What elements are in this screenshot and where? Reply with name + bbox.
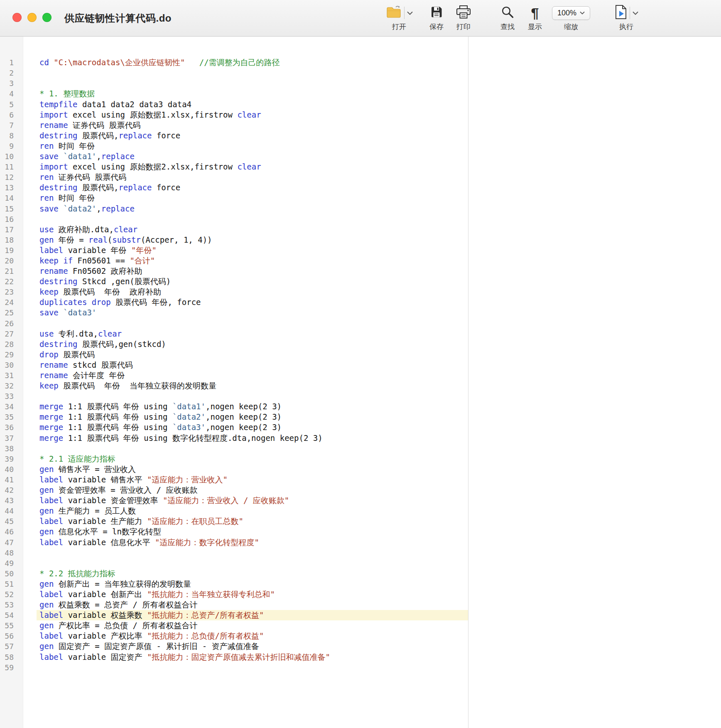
toolbar-save[interactable]: 保存 — [424, 3, 449, 31]
code-line[interactable]: 19label variable 年份 "年份" — [0, 245, 468, 256]
code-line[interactable]: 7rename 证券代码 股票代码 — [0, 120, 468, 130]
code-line[interactable]: 23keep 股票代码 年份 政府补助 — [0, 287, 468, 297]
code-line[interactable]: 59 — [0, 662, 468, 673]
code-line[interactable]: 34merge 1:1 股票代码 年份 using `data1',nogen … — [0, 401, 468, 412]
code-line[interactable]: 2 — [0, 68, 468, 78]
line-number: 18 — [0, 235, 23, 245]
line-number: 49 — [0, 558, 23, 568]
code-line[interactable]: 57gen 固定资产 = 固定资产原值 - 累计折旧 - 资产减值准备 — [0, 641, 468, 652]
code-line[interactable]: 25save `data3' — [0, 307, 468, 318]
code-line[interactable]: 14ren 时间 年份 — [0, 193, 468, 203]
code-line[interactable]: 36merge 1:1 股票代码 年份 using `data3',nogen … — [0, 422, 468, 433]
code-line[interactable]: 43label variable 资金管理效率 "适应能力：营业收入 / 应收账… — [0, 495, 468, 506]
code-line[interactable]: 21rename Fn05602 政府补助 — [0, 266, 468, 276]
code-line[interactable]: 16 — [0, 214, 468, 224]
code-line[interactable]: 4* 1. 整理数据 — [0, 89, 468, 99]
code-line[interactable]: 44gen 生产能力 = 员工人数 — [0, 506, 468, 516]
code-text — [37, 214, 468, 224]
line-number: 20 — [0, 256, 23, 266]
code-line[interactable]: 24duplicates drop 股票代码 年份, force — [0, 297, 468, 307]
code-text — [37, 68, 468, 78]
code-line[interactable]: 58label variable 固定资产 "抵抗能力：固定资产原值减去累计折旧… — [0, 652, 468, 662]
code-line[interactable]: 10save `data1',replace — [0, 151, 468, 162]
code-line[interactable]: 37merge 1:1 股票代码 年份 using 数字化转型程度.dta,no… — [0, 433, 468, 443]
code-editor[interactable]: 1cd "C:\macrodatas\企业供应链韧性" //需调整为自己的路径2… — [0, 37, 468, 728]
open-divider — [404, 7, 405, 19]
code-line[interactable]: 38 — [0, 443, 468, 454]
run-dropdown-chevron-icon[interactable] — [633, 9, 638, 17]
code-text: keep 股票代码 年份 当年独立获得的发明数量 — [37, 381, 468, 391]
code-line[interactable]: 50* 2.2 抵抗能力指标 — [0, 568, 468, 579]
toolbar-find[interactable]: 查找 — [495, 3, 520, 31]
zoom-label: 缩放 — [564, 23, 578, 31]
code-text: label variable 年份 "年份" — [37, 245, 468, 256]
code-line[interactable]: 8destring 股票代码,replace force — [0, 130, 468, 141]
code-line[interactable]: 40gen 销售水平 = 营业收入 — [0, 464, 468, 475]
code-line[interactable]: 54label variable 权益乘数 "抵抗能力：总资产/所有者权益" — [0, 610, 468, 620]
code-line[interactable]: 45label variable 生产能力 "适应能力：在职员工总数" — [0, 516, 468, 526]
line-number: 27 — [0, 329, 23, 339]
code-line[interactable]: 6import excel using 原始数据1.xlsx,firstrow … — [0, 110, 468, 120]
code-line[interactable]: 11import excel using 原始数据2.xlsx,firstrow… — [0, 162, 468, 172]
line-number: 57 — [0, 641, 23, 652]
code-line[interactable]: 53gen 权益乘数 = 总资产 / 所有者权益合计 — [0, 600, 468, 610]
toolbar-run-group: 执行 — [606, 3, 646, 31]
line-number: 59 — [0, 662, 23, 673]
code-line[interactable]: 51gen 创新产出 = 当年独立获得的发明数量 — [0, 579, 468, 589]
code-line[interactable]: 32keep 股票代码 年份 当年独立获得的发明数量 — [0, 381, 468, 391]
maximize-button[interactable] — [42, 13, 52, 22]
code-text — [37, 548, 468, 558]
code-line[interactable]: 52label variable 创新产出 "抵抗能力：当年独立获得专利总和" — [0, 589, 468, 600]
close-button[interactable] — [12, 13, 22, 22]
code-line[interactable]: 35merge 1:1 股票代码 年份 using `data2',nogen … — [0, 412, 468, 422]
code-line[interactable]: 27use 专利.dta,clear — [0, 329, 468, 339]
code-line[interactable]: 56label variable 产权比率 "抵抗能力：总负债/所有者权益" — [0, 631, 468, 641]
code-line[interactable]: 39* 2.1 适应能力指标 — [0, 454, 468, 464]
code-line[interactable]: 22destring Stkcd ,gen(股票代码) — [0, 276, 468, 287]
code-line[interactable]: 42gen 资金管理效率 = 营业收入 / 应收账款 — [0, 485, 468, 495]
zoom-dropdown[interactable]: 100% — [552, 6, 590, 20]
code-text: merge 1:1 股票代码 年份 using `data1',nogen ke… — [37, 401, 468, 412]
toolbar-print[interactable]: 打印 — [451, 3, 476, 31]
code-line[interactable]: 46gen 信息化水平 = ln数字化转型 — [0, 526, 468, 537]
code-text — [37, 391, 468, 401]
code-line[interactable]: 1cd "C:\macrodatas\企业供应链韧性" //需调整为自己的路径 — [0, 57, 468, 68]
line-number: 46 — [0, 526, 23, 537]
code-text: merge 1:1 股票代码 年份 using `data2',nogen ke… — [37, 412, 468, 422]
code-line[interactable]: 49 — [0, 558, 468, 568]
code-line[interactable]: 48 — [0, 548, 468, 558]
code-line[interactable]: 29drop 股票代码 — [0, 349, 468, 360]
code-line[interactable]: 9ren 时间 年份 — [0, 141, 468, 151]
code-line[interactable]: 41label variable 销售水平 "适应能力：营业收入" — [0, 475, 468, 485]
code-line[interactable]: 47label variable 信息化水平 "适应能力：数字化转型程度" — [0, 537, 468, 548]
code-line[interactable]: 5tempfile data1 data2 data3 data4 — [0, 99, 468, 110]
code-line[interactable]: 13destring 股票代码,replace force — [0, 182, 468, 193]
line-number: 10 — [0, 151, 23, 162]
code-line[interactable]: 33 — [0, 391, 468, 401]
line-number: 14 — [0, 193, 23, 203]
code-line[interactable]: 20keep if Fn05601 == "合计" — [0, 256, 468, 266]
code-text — [37, 662, 468, 673]
code-line[interactable]: 12ren 证券代码 股票代码 — [0, 172, 468, 182]
code-line[interactable]: 15save `data2',replace — [0, 204, 468, 214]
line-number: 28 — [0, 339, 23, 349]
code-line[interactable]: 18gen 年份 = real(substr(Accper, 1, 4)) — [0, 235, 468, 245]
code-line[interactable]: 26 — [0, 318, 468, 329]
code-text — [37, 443, 468, 454]
code-line[interactable]: 28destring 股票代码,gen(stkcd) — [0, 339, 468, 349]
code-line[interactable]: 17use 政府补助.dta,clear — [0, 224, 468, 235]
print-label: 打印 — [456, 23, 471, 31]
open-dropdown-chevron-icon[interactable] — [407, 9, 413, 17]
code-line[interactable]: 31rename 会计年度 年份 — [0, 370, 468, 381]
toolbar-show[interactable]: ¶ 显示 — [522, 3, 547, 31]
run-do-icon[interactable] — [615, 5, 627, 21]
code-line[interactable]: 55gen 产权比率 = 总负债 / 所有者权益合计 — [0, 620, 468, 631]
code-text-current-line: label variable 权益乘数 "抵抗能力：总资产/所有者权益" — [37, 610, 468, 620]
code-text: tempfile data1 data2 data3 data4 — [37, 99, 468, 110]
code-line[interactable]: 30rename stkcd 股票代码 — [0, 360, 468, 370]
code-line[interactable]: 3 — [0, 78, 468, 89]
minimize-button[interactable] — [27, 13, 37, 22]
save-floppy-icon — [429, 5, 444, 21]
open-folder-icon[interactable] — [386, 5, 402, 20]
line-number: 4 — [0, 89, 23, 99]
